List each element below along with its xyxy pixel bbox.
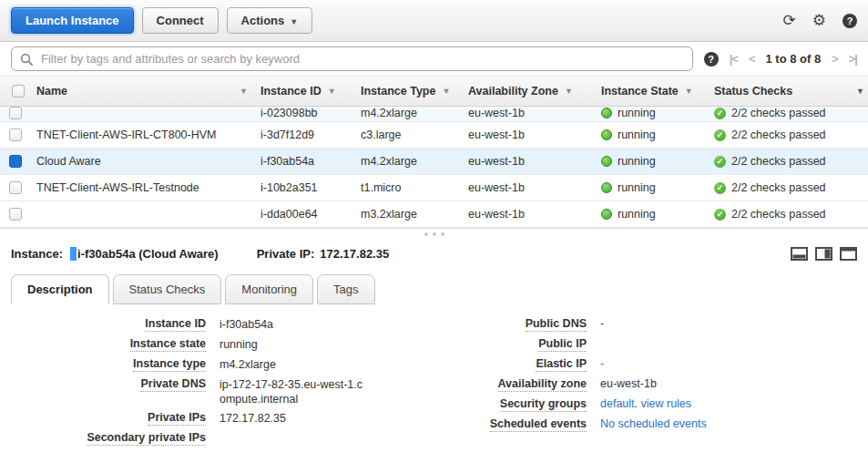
field-row: Instance typem4.2xlarge xyxy=(18,357,417,373)
status-checks: ✓2/2 checks passed xyxy=(714,107,868,121)
field-label-text: Private DNS xyxy=(140,377,206,392)
instance-state-text: running xyxy=(618,208,656,221)
instance-state: running xyxy=(601,107,714,121)
field-value: 172.17.82.35 xyxy=(206,411,365,427)
tab-monitoring[interactable]: Monitoring xyxy=(225,274,313,304)
status-check-icon: ✓ xyxy=(714,156,726,168)
status-checks: ✓2/2 checks passed xyxy=(714,208,868,221)
column-header-label: Instance State xyxy=(601,85,679,98)
connect-button[interactable]: Connect xyxy=(142,7,219,34)
launch-instance-button[interactable]: Launch Instance xyxy=(11,7,134,34)
search-box[interactable] xyxy=(11,46,693,71)
checkbox-cell xyxy=(0,129,36,141)
field-row: Public IP xyxy=(417,337,868,353)
running-state-icon xyxy=(601,209,612,220)
field-row: Availability zoneeu-west-1b xyxy=(417,377,868,393)
field-link[interactable]: No scheduled events xyxy=(600,417,707,430)
checkbox-cell xyxy=(0,107,36,121)
refresh-icon[interactable]: ⟳ xyxy=(783,13,796,28)
row-checkbox[interactable] xyxy=(9,155,22,168)
instance-type: c3.large xyxy=(361,129,468,141)
panel-splitter[interactable] xyxy=(0,228,868,240)
field-row: Secondary private IPs xyxy=(18,431,417,447)
first-page-icon[interactable]: |< xyxy=(730,52,738,66)
instance-type: m4.2xlarge xyxy=(361,155,468,168)
status-checks-text: 2/2 checks passed xyxy=(731,155,826,168)
field-link[interactable]: default xyxy=(600,397,635,410)
status-check-icon: ✓ xyxy=(714,108,726,119)
availability-zone: eu-west-1b xyxy=(468,208,601,221)
instance-state-text: running xyxy=(618,181,656,194)
availability-zone: eu-west-1b xyxy=(468,181,601,194)
next-page-icon[interactable]: > xyxy=(832,52,838,66)
tab-status-checks[interactable]: Status Checks xyxy=(113,274,222,304)
split-bottom-layout-icon[interactable] xyxy=(791,247,808,261)
toolbar-right: ⟳ ⚙ ? xyxy=(783,13,858,28)
field-link[interactable]: view rules xyxy=(640,397,691,410)
sort-caret-icon: ▼ xyxy=(856,87,864,96)
description-left-column: Instance IDi-f30ab54aInstance staterunni… xyxy=(18,317,417,451)
filter-input[interactable] xyxy=(39,51,684,67)
column-header-availability-zone[interactable]: Availability Zone▼ xyxy=(468,85,601,98)
availability-zone: eu-west-1b xyxy=(468,155,601,168)
sort-caret-icon: ▼ xyxy=(240,87,248,96)
row-checkbox[interactable] xyxy=(9,181,22,194)
field-value-text: running xyxy=(220,338,258,351)
actions-button[interactable]: Actions▼ xyxy=(227,7,313,34)
column-header-label: Name xyxy=(36,85,67,98)
tab-description[interactable]: Description xyxy=(11,274,109,304)
prev-page-icon[interactable]: < xyxy=(749,52,755,66)
field-row: Instance IDi-f30ab54a xyxy=(18,317,417,333)
running-state-icon xyxy=(601,108,612,118)
instance-id: i-f30ab54a xyxy=(260,155,361,168)
column-header-instance-id[interactable]: Instance ID▼ xyxy=(260,85,361,98)
gear-icon[interactable]: ⚙ xyxy=(812,13,826,28)
field-link[interactable]: - xyxy=(600,357,604,370)
field-label-text: Public DNS xyxy=(526,317,587,332)
status-checks-text: 2/2 checks passed xyxy=(731,107,826,119)
field-value-text: i-f30ab54a xyxy=(220,318,273,331)
field-value-text: - xyxy=(600,317,604,330)
select-all-checkbox[interactable] xyxy=(12,85,25,98)
full-list-layout-icon[interactable] xyxy=(840,247,857,261)
instance-name: TNET-Client-AWS-IRL-CT800-HVM xyxy=(36,129,260,141)
table-row[interactable]: Cloud Awarei-f30ab54am4.2xlargeeu-west-1… xyxy=(0,149,868,175)
table-row[interactable]: i-dda00e64m3.2xlargeeu-west-1brunning✓2/… xyxy=(0,201,868,228)
running-state-icon xyxy=(601,129,612,140)
row-checkbox[interactable] xyxy=(9,107,22,119)
column-header-instance-state[interactable]: Instance State▼ xyxy=(601,85,714,98)
field-label-text: Secondary private IPs xyxy=(87,431,206,446)
status-checks-text: 2/2 checks passed xyxy=(731,181,826,194)
row-checkbox[interactable] xyxy=(9,129,22,141)
table-row[interactable]: i-023098bbm4.2xlargeeu-west-1brunning✓2/… xyxy=(0,107,868,122)
instance-type: m4.2xlarge xyxy=(361,107,468,121)
field-label: Availability zone xyxy=(417,377,587,393)
field-label: Secondary private IPs xyxy=(18,431,206,447)
instance-label: Instance: xyxy=(11,247,63,261)
private-ip-value: 172.17.82.35 xyxy=(320,247,389,261)
field-value: eu-west-1b xyxy=(587,377,657,393)
filter-help-icon[interactable]: ? xyxy=(704,52,719,67)
running-state-icon xyxy=(601,182,612,193)
field-value: No scheduled events xyxy=(587,417,707,433)
table-row[interactable]: TNET-Client-AWS-IRL-CT800-HVMi-3d7f12d9c… xyxy=(0,122,868,149)
field-label-text: Private IPs xyxy=(148,411,206,426)
field-label-text: Scheduled events xyxy=(490,417,587,432)
instance-id: i-3d7f12d9 xyxy=(260,129,361,141)
split-right-layout-icon[interactable] xyxy=(815,247,832,261)
last-page-icon[interactable]: >| xyxy=(849,52,857,66)
column-header-status-checks[interactable]: Status Checks▼ xyxy=(714,85,868,98)
help-icon[interactable]: ? xyxy=(842,14,857,28)
field-label: Public DNS xyxy=(417,317,587,333)
column-header-instance-type[interactable]: Instance Type▼ xyxy=(361,85,468,98)
column-header-name[interactable]: Name▼ xyxy=(36,85,260,98)
row-checkbox[interactable] xyxy=(9,208,22,221)
field-value: running xyxy=(206,337,365,353)
field-label: Private IPs xyxy=(18,411,206,427)
table-row[interactable]: TNET-Client-AWS-IRL-Testnodei-10b2a351t1… xyxy=(0,175,868,201)
instance-table: i-023098bbm4.2xlargeeu-west-1brunning✓2/… xyxy=(0,107,868,228)
field-label: Security groups xyxy=(417,397,587,413)
tab-tags[interactable]: Tags xyxy=(317,274,374,304)
status-check-icon: ✓ xyxy=(714,182,726,194)
availability-zone: eu-west-1b xyxy=(468,129,601,141)
